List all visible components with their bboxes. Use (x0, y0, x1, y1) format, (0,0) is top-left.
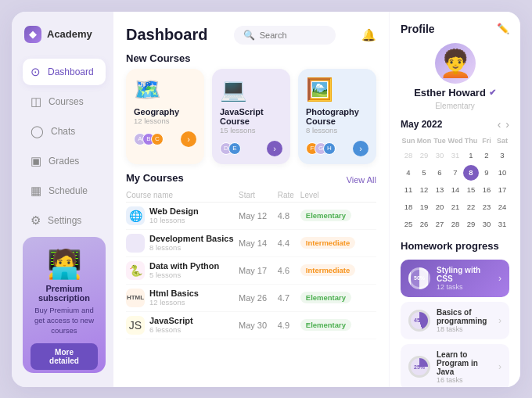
calendar-day[interactable]: 6 (432, 165, 448, 181)
prev-month-button[interactable]: ‹ (498, 118, 501, 131)
course-row-icon: HTML (126, 289, 145, 307)
level-badge: Elementary (300, 319, 351, 331)
calendar-day[interactable]: 30 (432, 148, 448, 163)
course-name-info: Web Design 10 lessons (149, 206, 199, 224)
course-card-lessons: 15 lessons (220, 126, 282, 134)
course-lessons: 12 lessons (149, 298, 199, 307)
calendar-day[interactable]: 22 (463, 199, 479, 215)
calendar-day[interactable]: 5 (416, 165, 432, 181)
sidebar-item-grades[interactable]: ▣ Grades (23, 148, 106, 174)
table-row[interactable]: Development Basics 8 lessons May 14 4.4 … (126, 229, 376, 256)
course-card-lessons: 12 lessons (134, 117, 196, 125)
table-row[interactable]: HTML Html Basics 12 lessons May 26 4.7 E… (126, 284, 376, 311)
course-name-info: Data with Python 5 lessons (149, 261, 219, 279)
calendar-day[interactable]: 27 (432, 217, 448, 232)
level-badge: Elementary (300, 210, 351, 221)
sidebar-item-dashboard[interactable]: ⊙ Dashboard (23, 59, 106, 85)
calendar-day[interactable]: 21 (448, 199, 463, 215)
calendar-day[interactable]: 1 (463, 148, 479, 163)
avatar: 🧑‍🦱 (435, 43, 476, 84)
calendar-day[interactable]: 16 (479, 182, 494, 198)
calendar-day[interactable]: 4 (401, 165, 416, 181)
edit-icon[interactable]: ✏️ (497, 23, 509, 34)
progress-circle: 25% (408, 356, 430, 378)
course-card-footer: F G H › (306, 141, 368, 156)
col-rate: Rate (278, 188, 300, 203)
calendar-day[interactable]: 3 (494, 148, 510, 163)
hw-arrow-icon: › (498, 273, 501, 284)
course-lessons: 10 lessons (149, 216, 199, 224)
promo-button[interactable]: More detailed (31, 343, 98, 370)
calendar-day[interactable]: 19 (416, 199, 432, 215)
calendar-day[interactable]: 11 (401, 182, 416, 198)
calendar-day[interactable]: 12 (416, 182, 432, 198)
calendar-day[interactable]: 30 (479, 217, 494, 232)
search-bar[interactable]: 🔍 (234, 26, 336, 45)
calendar-day[interactable]: 8 (463, 165, 479, 181)
calendar-day[interactable]: 13 (432, 182, 448, 198)
homework-item[interactable]: 50% Styling with CSS 12 tasks › (401, 260, 509, 297)
search-input[interactable] (260, 30, 330, 40)
calendar-day[interactable]: 31 (494, 217, 510, 232)
sidebar-item-settings[interactable]: ⚙ Settings (23, 207, 106, 234)
calendar-day-header: Fri (479, 135, 494, 146)
calendar-day[interactable]: 20 (432, 199, 448, 215)
hw-name: Styling with CSS (437, 266, 492, 283)
calendar-day[interactable]: 24 (494, 199, 510, 215)
course-level: Intermediate (300, 229, 376, 256)
calendar-day[interactable]: 28 (401, 148, 416, 163)
calendar-day[interactable]: 28 (448, 217, 463, 232)
calendar-day[interactable]: 2 (479, 148, 494, 163)
hw-info: Learn to Program in Java 16 tasks (437, 350, 492, 384)
calendar-day[interactable]: 17 (494, 182, 510, 198)
bell-icon[interactable]: 🔔 (361, 28, 376, 42)
calendar-day[interactable]: 23 (479, 199, 494, 215)
course-next-button[interactable]: › (181, 131, 196, 147)
progress-circle: 50% (408, 267, 430, 289)
calendar-day[interactable]: 9 (479, 165, 494, 181)
table-row[interactable]: JS JavaScript 6 lessons May 30 4.9 Eleme… (126, 311, 376, 339)
next-month-button[interactable]: › (505, 118, 509, 131)
profile-header: Profile ✏️ (401, 23, 509, 35)
calendar-day-header: Mon (416, 135, 432, 146)
course-name-info: Development Basics 8 lessons (149, 234, 234, 252)
course-card-lessons: 8 lessons (306, 126, 368, 134)
course-card-geography[interactable]: 🗺️ Geography 12 lessons A B C › (126, 69, 204, 164)
col-name: Course name (126, 188, 239, 203)
course-level: Intermediate (300, 256, 376, 284)
course-name: Development Basics (149, 234, 234, 243)
course-card-javascript[interactable]: 💻 JavaScript Course 15 lessons D E › (212, 69, 290, 164)
course-next-button[interactable]: › (353, 141, 368, 156)
calendar-day[interactable]: 10 (494, 165, 510, 181)
table-row[interactable]: 🌐 Web Design 10 lessons May 12 4.8 Eleme… (126, 202, 376, 229)
calendar-day[interactable]: 14 (448, 182, 463, 198)
homework-item[interactable]: 25% Learn to Program in Java 16 tasks › (401, 344, 509, 387)
settings-icon: ⚙ (31, 213, 41, 228)
calendar-day[interactable]: 29 (416, 148, 432, 163)
calendar-day[interactable]: 25 (401, 217, 416, 232)
calendar: May 2022 ‹ › SunMonTueWedThuFriSat282930… (401, 118, 509, 232)
calendar-day[interactable]: 7 (448, 165, 463, 181)
course-card-photography[interactable]: 🖼️ Photography Course 8 lessons F G H › (298, 69, 376, 164)
homework-item[interactable]: 45% Basics of programming 18 tasks › (401, 302, 509, 339)
view-all-link[interactable]: View All (347, 175, 376, 185)
sidebar-logo: ◆ Academy (23, 26, 106, 43)
calendar-day[interactable]: 26 (416, 217, 432, 232)
calendar-day[interactable]: 18 (401, 199, 416, 215)
table-row[interactable]: 🐍 Data with Python 5 lessons May 17 4.6 … (126, 256, 376, 284)
calendar-day[interactable]: 29 (463, 217, 479, 232)
profile-level: Elementary (435, 102, 475, 110)
calendar-header: May 2022 ‹ › (401, 118, 509, 131)
sidebar-item-courses[interactable]: ◫ Courses (23, 88, 106, 115)
calendar-day[interactable]: 15 (463, 182, 479, 198)
sidebar-item-schedule[interactable]: ▦ Schedule (23, 177, 106, 204)
calendar-day[interactable]: 31 (448, 148, 463, 163)
sidebar-item-chats[interactable]: ◯ Chats (23, 118, 106, 145)
profile-avatar-section: 🧑‍🦱 Esther Howard ✔ Elementary (401, 43, 509, 110)
avatar: E (228, 142, 241, 155)
course-level: Elementary (300, 284, 376, 311)
course-name-cell: 🐍 Data with Python 5 lessons (126, 261, 239, 280)
level-badge: Intermediate (300, 237, 356, 249)
app-container: ◆ Academy ⊙ Dashboard ◫ Courses ◯ Chats … (12, 12, 520, 387)
course-next-button[interactable]: › (267, 141, 282, 156)
